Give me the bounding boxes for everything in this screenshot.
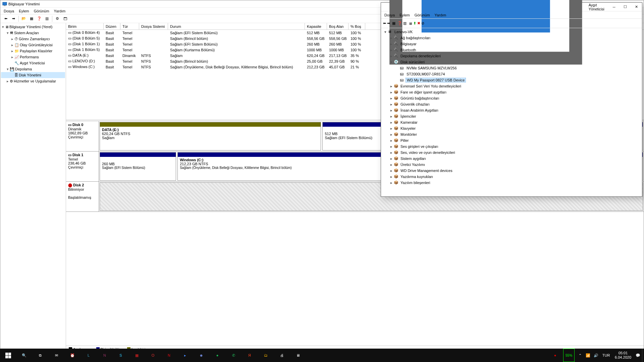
tree-root[interactable]: ▾🖥 Bilgisayar Yönetimi (Yerel) <box>1 24 65 30</box>
col-tur[interactable]: Tür <box>120 23 139 29</box>
taskview-icon[interactable]: ⧉ <box>32 349 48 362</box>
device-tree-root[interactable]: ▾🖥Lenovo-VK <box>382 29 641 35</box>
device-tree-item[interactable]: ▸📦Klavyeler <box>382 125 641 131</box>
help-icon[interactable]: ❓ <box>36 15 43 22</box>
back-icon[interactable]: ⬅ <box>383 21 386 25</box>
tree-gorev[interactable]: ▸⏱ Görev Zamanlayıcı <box>1 36 65 42</box>
tree-olay[interactable]: ▸📋 Olay Görüntüleyicisi <box>1 42 65 48</box>
zoom-icon[interactable]: ▸ <box>177 349 193 362</box>
language-indicator[interactable]: TUR <box>600 349 612 362</box>
chevron-up-icon[interactable]: ⌃ <box>576 349 584 362</box>
device-tree-item[interactable]: ▸🔌Ağ bağdaştırıcıları <box>382 35 641 41</box>
device-disk-item[interactable]: 🖴ST2000LM007-1R8174 <box>382 71 641 77</box>
compmgmt-taskbar-icon[interactable]: 🖥 <box>290 349 306 362</box>
col-dosya[interactable]: Dosya Sistemi <box>139 23 168 29</box>
device-tree[interactable]: ▾🖥Lenovo-VK▸🔌Ağ bağdaştırıcıları▸🔌Bilgis… <box>381 28 642 196</box>
device-manager-window[interactable]: Aygıt Yöneticisi ─ ☐ ✕ Dosya Eylem Görün… <box>381 2 642 197</box>
update-driver-icon[interactable]: ⬆ <box>413 21 416 25</box>
spotify-icon[interactable]: ● <box>209 349 225 362</box>
device-disk-item[interactable]: 🖴WD My Passport 0827 USB Device <box>382 77 641 83</box>
col-bos[interactable]: Boş Alan <box>327 23 348 29</box>
properties-icon[interactable]: ▥ <box>403 21 407 25</box>
device-tree-item[interactable]: ▸📦Fare ve diğer işaret aygıtları <box>382 89 641 95</box>
navigation-tree[interactable]: ▾🖥 Bilgisayar Yönetimi (Yerel) ▾🛠 Sistem… <box>0 23 66 352</box>
col-durum[interactable]: Durum <box>168 23 305 29</box>
discord-icon[interactable]: ☻ <box>193 349 209 362</box>
dmenu-eylem[interactable]: Eylem <box>399 13 410 17</box>
tree-depolama[interactable]: ▾💾 Depolama <box>1 66 65 72</box>
show-hide-tree-icon[interactable]: ▦ <box>28 15 35 22</box>
device-tree-item[interactable]: ▸📦Ses, video ve oyun denetleyicileri <box>382 149 641 156</box>
device-tree-item[interactable]: ▸🔌Depolama denetleyicileri <box>382 53 641 59</box>
minimize-button[interactable]: ─ <box>608 3 620 11</box>
search-icon[interactable]: 🔍 <box>16 349 32 362</box>
forward-icon[interactable]: ➡ <box>387 21 390 25</box>
taskbar[interactable]: 🔍 ⧉ ✉ ⏰ L N S ▦ O N ▸ ☻ ● ✆ Я 🗂 🖨 🖥 ● 55… <box>0 349 644 362</box>
wifi-icon[interactable]: 📶 <box>584 349 592 362</box>
tree-performans[interactable]: ▸📈 Performans <box>1 54 65 60</box>
device-tree-item[interactable]: ▸📦Yazılım bileşenleri <box>382 180 641 186</box>
notifications-icon[interactable]: 💬 <box>634 349 642 362</box>
device-tree-item[interactable]: ▸📦Güvenlik cihazları <box>382 101 641 107</box>
help-icon[interactable]: ❓ <box>397 21 402 25</box>
uninstall-device-icon[interactable]: ✖ <box>417 21 420 25</box>
dmenu-yardim[interactable]: Yardım <box>435 13 446 17</box>
menu-eylem[interactable]: Eylem <box>19 9 29 13</box>
device-tree-item[interactable]: ▸📦İnsan Arabirim Aygıtları <box>382 107 641 113</box>
device-tree-item[interactable]: ▸📦Görüntü bağdaştırıcıları <box>382 95 641 101</box>
device-disk-item[interactable]: 🖴NVMe SAMSUNG MZVLW256 <box>382 65 641 71</box>
device-tree-item[interactable]: ▸📦İşlemciler <box>382 113 641 119</box>
close-button[interactable]: ✕ <box>631 3 642 11</box>
col-pct[interactable]: % Boş <box>348 23 365 29</box>
clock-app-icon[interactable]: ⏰ <box>64 349 80 362</box>
disk-0-part-data[interactable]: DATA (E:) 620,24 GB NTFS Sağlam <box>100 122 321 150</box>
device-tree-item[interactable]: ▸📦Kameralar <box>382 119 641 125</box>
disable-device-icon[interactable]: ⊘ <box>421 21 424 25</box>
file-explorer-icon[interactable]: 🗂 <box>258 349 274 362</box>
device-tree-item[interactable]: ▸📦Evrensel Seri Veri Yolu denetleyiciler… <box>382 83 641 89</box>
device-tree-item[interactable]: ▸🔌Bilgisayar <box>382 41 641 47</box>
refresh-icon[interactable]: 🗔 <box>62 15 68 22</box>
tree-sistem-araclari[interactable]: ▾🛠 Sistem Araçları <box>1 30 65 36</box>
battery-icon[interactable]: 55% <box>563 349 575 362</box>
device-tree-item[interactable]: ▸🔌Bluetooth <box>382 47 641 53</box>
tree-aygit[interactable]: 🔧 Aygıt Yöneticisi <box>1 60 65 66</box>
app-icon[interactable]: L <box>80 349 97 362</box>
start-button[interactable] <box>0 349 16 362</box>
device-tree-item[interactable]: ▸📦Yazdırma kuyrukları <box>382 174 641 180</box>
dmenu-gorunum[interactable]: Görünüm <box>415 13 430 17</box>
back-icon[interactable]: ⬅ <box>2 15 9 22</box>
yandex-icon[interactable]: Я <box>241 349 258 362</box>
list-icon[interactable]: ▥ <box>44 15 50 22</box>
clock[interactable]: 05:01 6.04.2020 <box>612 351 634 360</box>
device-cat-disk[interactable]: ▾💽Disk sürücüleri <box>382 59 641 65</box>
devmgr-titlebar[interactable]: Aygıt Yöneticisi ─ ☐ ✕ <box>381 3 642 11</box>
tree-paylasilan[interactable]: ▸📁 Paylaşılan Klasörler <box>1 48 65 54</box>
menu-yardim[interactable]: Yardım <box>54 9 66 13</box>
scan-hardware-icon[interactable]: 🖥 <box>409 21 412 25</box>
device-tree-item[interactable]: ▸📦WD Drive Management devices <box>382 168 641 174</box>
settings-icon[interactable]: ⚙ <box>54 15 61 22</box>
show-hide-tree-icon[interactable]: ▦ <box>392 21 395 25</box>
forward-icon[interactable]: ➡ <box>10 15 17 22</box>
device-tree-item[interactable]: ▸📦Piller <box>382 137 641 143</box>
tray-app-icon[interactable]: ● <box>547 349 563 362</box>
tree-disk-yonetimi[interactable]: 🗄 Disk Yönetimi <box>1 72 65 78</box>
show-desktop-button[interactable] <box>642 349 644 362</box>
col-birim[interactable]: Birim <box>66 23 104 29</box>
netflix-icon[interactable]: N <box>161 349 177 362</box>
onenote-icon[interactable]: N <box>97 349 113 362</box>
disk-1-part-efi[interactable]: 260 MB Sağlam (EFI Sistem Bölümü) <box>100 152 176 181</box>
col-kapasite[interactable]: Kapasite <box>305 23 327 29</box>
printer-icon[interactable]: 🖨 <box>274 349 290 362</box>
opera-icon[interactable]: O <box>145 349 161 362</box>
up-folder-icon[interactable]: 📂 <box>20 15 27 22</box>
whatsapp-icon[interactable]: ✆ <box>225 349 241 362</box>
menu-dosya[interactable]: Dosya <box>4 9 14 13</box>
device-tree-item[interactable]: ▸📦Monitörler <box>382 131 641 137</box>
tree-hizmetler[interactable]: ▸⚙ Hizmetler ve Uygulamalar <box>1 78 65 84</box>
col-duzen[interactable]: Düzen <box>104 23 120 29</box>
device-tree-item[interactable]: ▸📦Sistem aygıtları <box>382 156 641 162</box>
maximize-button[interactable]: ☐ <box>620 3 631 11</box>
device-tree-item[interactable]: ▸📦Ses girişleri ve çıkışları <box>382 143 641 149</box>
